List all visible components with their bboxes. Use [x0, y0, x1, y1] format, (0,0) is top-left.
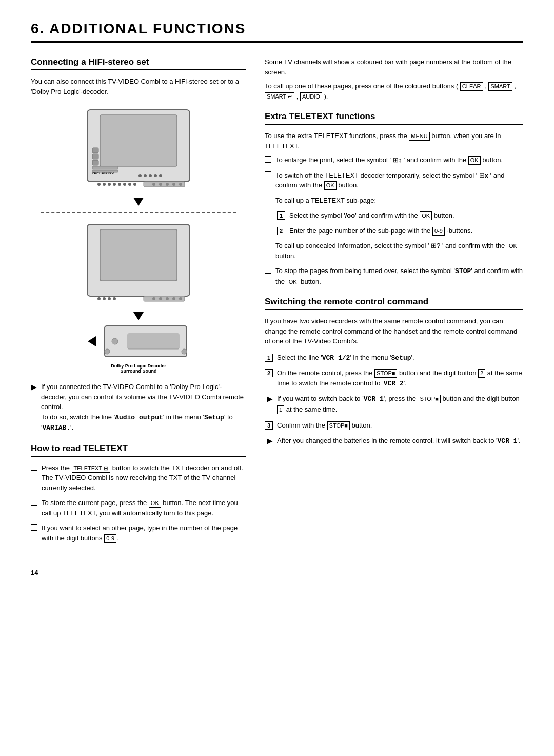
svg-point-17: [118, 183, 121, 186]
remote-intro: If you have two video recorders with the…: [265, 316, 523, 346]
hifi-section: Connecting a HiFi-stereo set You can als…: [31, 57, 246, 433]
sub-items: 1 Select the symbol '/oo' and confirm wi…: [277, 210, 523, 236]
ok-btn-3[interactable]: OK: [324, 181, 337, 190]
stop-btn-1[interactable]: STOP■: [374, 369, 397, 378]
svg-point-14: [103, 183, 106, 186]
svg-rect-41: [128, 334, 179, 349]
svg-point-37: [108, 297, 111, 300]
hifi-title: Connecting a HiFi-stereo set: [31, 57, 246, 70]
svg-rect-10: [92, 160, 98, 165]
smart2-btn[interactable]: SMART ↵: [265, 92, 294, 101]
svg-rect-21: [144, 182, 185, 187]
teletext-item-2: To store the current page, press the OK …: [31, 498, 246, 518]
svg-rect-28: [100, 229, 177, 281]
remote-control-title: Switching the remote control command: [265, 297, 523, 310]
svg-rect-29: [144, 296, 185, 301]
decoder-svg: [102, 323, 189, 359]
extra-teletext-section: Extra TELETEXT functions To use the extr…: [265, 111, 523, 286]
checkbox-extra-3: [265, 197, 271, 203]
svg-point-13: [97, 183, 101, 186]
svg-point-16: [113, 183, 116, 186]
svg-point-36: [103, 297, 106, 300]
coloured-bar-text1: Some TV channels will show a coloured ba…: [265, 57, 523, 77]
svg-rect-1: [100, 115, 177, 166]
svg-rect-11: [92, 154, 98, 159]
teletext-title: How to read TELETEXT: [31, 443, 246, 457]
checkbox-icon-1: [31, 464, 37, 471]
vcr-svg: [77, 219, 200, 309]
num-badge-r2: 2: [265, 369, 273, 377]
svg-point-23: [159, 183, 162, 186]
ok-btn-2[interactable]: OK: [468, 156, 481, 165]
svg-rect-7: [159, 174, 162, 177]
checkbox-extra-1: [265, 156, 271, 163]
svg-point-24: [166, 183, 169, 186]
num-badge-r3: 3: [265, 421, 273, 430]
extra-item-5: To stop the pages from being turned over…: [265, 266, 523, 286]
page-title: 6. ADDITIONAL FUNCTIONS: [31, 21, 523, 43]
remote-step-1: 1 Select the line 'VCR 1/2' in the menu …: [265, 353, 523, 363]
ok-btn-6[interactable]: OK: [287, 278, 299, 286]
stop-btn-3[interactable]: STOP■: [327, 421, 350, 430]
checkbox-extra-5: [265, 267, 271, 274]
remote-step-2: 2 On the remote control, press the STOP■…: [265, 368, 523, 389]
arrow-note-icon-2: ▶: [267, 394, 273, 403]
svg-rect-8: [92, 170, 118, 172]
smart-btn[interactable]: SMART: [488, 82, 512, 91]
checkbox-icon-3: [31, 524, 37, 531]
sub-item-2: 2 Enter the page number of the sub-page …: [277, 226, 523, 236]
remote-control-section: Switching the remote control command If …: [265, 297, 523, 446]
svg-point-32: [166, 297, 169, 300]
svg-point-34: [179, 297, 182, 300]
remote-step-3: 3 Confirm with the STOP■ button.: [265, 420, 523, 431]
num-badge-2: 2: [277, 227, 285, 235]
left-column: Connecting a HiFi-stereo set You can als…: [31, 57, 246, 553]
digit-btn-09-2[interactable]: 0-9: [432, 227, 445, 236]
svg-point-31: [159, 297, 162, 300]
dashed-separator: [41, 212, 236, 213]
svg-point-38: [113, 297, 116, 300]
svg-rect-3: [138, 174, 142, 177]
num-badge-r1: 1: [265, 354, 273, 362]
svg-rect-4: [144, 174, 147, 177]
svg-point-22: [152, 183, 155, 186]
extra-teletext-title: Extra TELETEXT functions: [265, 111, 523, 125]
arrow-down-icon-2: [133, 312, 144, 320]
teletext-item-3: If you want to select an other page, typ…: [31, 523, 246, 543]
svg-point-19: [128, 183, 131, 186]
svg-point-26: [179, 183, 182, 186]
menu-btn[interactable]: MENU: [409, 132, 429, 141]
svg-rect-5: [149, 174, 152, 177]
extra-item-3: To call up a TELETEXT sub-page:: [265, 196, 523, 206]
extra-item-4: To call up concealed information, select…: [265, 241, 523, 261]
audio-btn[interactable]: AUDIO: [300, 92, 322, 101]
ok-btn-5[interactable]: OK: [507, 242, 519, 250]
svg-rect-6: [154, 174, 157, 177]
digit-1-btn[interactable]: 1: [277, 405, 284, 414]
extra-teletext-intro: To use the extra TELETEXT functions, pre…: [265, 131, 523, 151]
arrow-down-icon: [133, 198, 144, 206]
clear-btn[interactable]: CLEAR: [460, 82, 483, 91]
svg-point-35: [97, 297, 101, 300]
arrow-note-icon-3: ▶: [267, 436, 273, 445]
svg-point-40: [112, 338, 118, 344]
remote-note-1: ▶ If you want to switch back to 'VCR 1',…: [267, 394, 523, 414]
teletext-item-1: Press the TELETEXT ⊞ button to switch th…: [31, 463, 246, 493]
decoder-label: Dolby Pro Logic DecoderSurround Sound: [111, 363, 166, 374]
coloured-bar-section: Some TV channels will show a coloured ba…: [265, 57, 523, 101]
stop-btn-2[interactable]: STOP■: [418, 395, 440, 403]
arrow-left-icon: [88, 336, 96, 346]
ok-btn-1[interactable]: OK: [149, 499, 161, 508]
ok-btn-4[interactable]: OK: [420, 211, 432, 220]
teletext-section: How to read TELETEXT Press the TELETEXT …: [31, 443, 246, 544]
remote-note-2: ▶ After you changed the batteries in the…: [267, 436, 523, 447]
num-badge-1: 1: [277, 211, 285, 220]
svg-point-25: [172, 183, 175, 186]
svg-point-33: [172, 297, 175, 300]
digit-btn-09[interactable]: 0-9: [104, 534, 116, 543]
extra-item-2: To switch off the TELETEXT decoder tempo…: [265, 170, 523, 190]
teletext-btn[interactable]: TELETEXT ⊞: [72, 464, 110, 473]
digit-2-btn[interactable]: 2: [478, 369, 485, 378]
svg-point-18: [123, 183, 126, 186]
svg-point-43: [105, 349, 110, 354]
